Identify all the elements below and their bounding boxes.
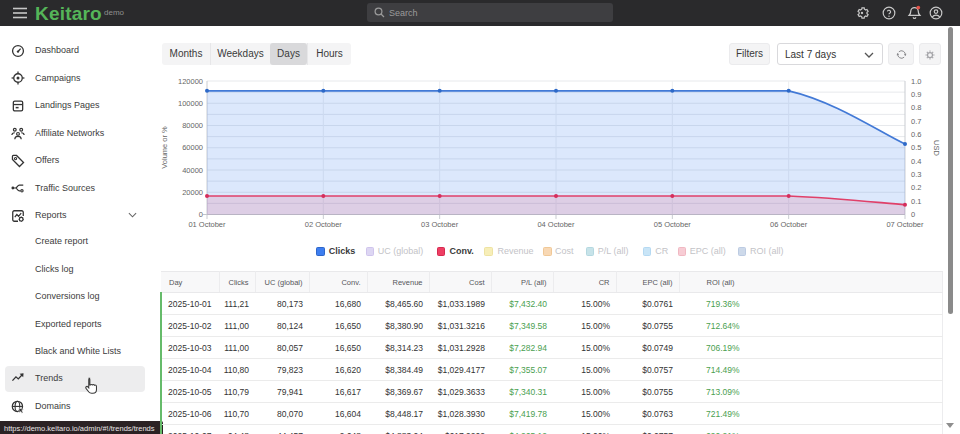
svg-text:0.4: 0.4 (911, 157, 921, 166)
svg-text:100000: 100000 (178, 99, 203, 108)
svg-text:Volume or %: Volume or % (160, 126, 169, 169)
svg-text:07 October: 07 October (886, 220, 924, 229)
svg-text:05 October: 05 October (654, 220, 692, 229)
svg-text:0.3: 0.3 (911, 170, 921, 179)
svg-text:0.8: 0.8 (911, 103, 921, 112)
svg-text:0: 0 (199, 210, 203, 219)
svg-text:0.9: 0.9 (911, 90, 921, 99)
svg-text:1.0: 1.0 (911, 77, 921, 86)
svg-text:0.6: 0.6 (911, 130, 921, 139)
svg-text:04 October: 04 October (537, 220, 575, 229)
svg-text:0.1: 0.1 (911, 197, 921, 206)
svg-text:40000: 40000 (182, 166, 203, 175)
svg-text:0: 0 (911, 210, 915, 219)
svg-text:03 October: 03 October (421, 220, 459, 229)
svg-text:60000: 60000 (182, 144, 203, 153)
svg-text:USD: USD (932, 140, 941, 156)
svg-text:0.7: 0.7 (911, 117, 921, 126)
svg-text:02 October: 02 October (305, 220, 343, 229)
svg-text:01 October: 01 October (188, 220, 226, 229)
svg-text:0.5: 0.5 (911, 144, 921, 153)
svg-text:120000: 120000 (178, 77, 203, 86)
svg-text:0.2: 0.2 (911, 184, 921, 193)
svg-text:80000: 80000 (182, 121, 203, 130)
svg-text:20000: 20000 (182, 188, 203, 197)
svg-text:06 October: 06 October (770, 220, 808, 229)
